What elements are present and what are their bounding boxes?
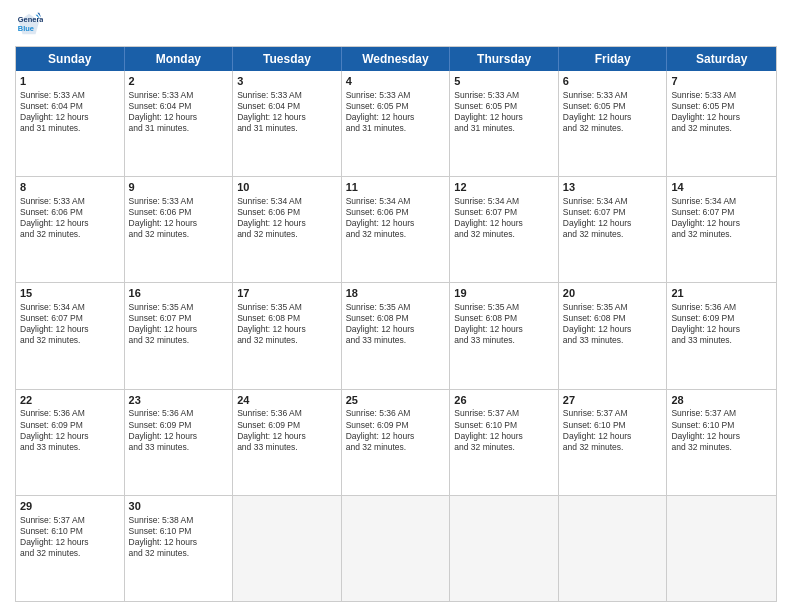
day-number: 19	[454, 286, 554, 301]
calendar-cell: 25Sunrise: 5:36 AM Sunset: 6:09 PM Dayli…	[342, 390, 451, 495]
cell-info: Sunrise: 5:33 AM Sunset: 6:05 PM Dayligh…	[454, 90, 554, 134]
day-number: 14	[671, 180, 772, 195]
day-number: 7	[671, 74, 772, 89]
day-number: 28	[671, 393, 772, 408]
cell-info: Sunrise: 5:33 AM Sunset: 6:05 PM Dayligh…	[563, 90, 663, 134]
cell-info: Sunrise: 5:34 AM Sunset: 6:06 PM Dayligh…	[237, 196, 337, 240]
calendar-cell	[233, 496, 342, 601]
calendar-cell: 18Sunrise: 5:35 AM Sunset: 6:08 PM Dayli…	[342, 283, 451, 388]
cell-info: Sunrise: 5:35 AM Sunset: 6:08 PM Dayligh…	[346, 302, 446, 346]
day-number: 23	[129, 393, 229, 408]
day-number: 13	[563, 180, 663, 195]
day-number: 17	[237, 286, 337, 301]
header-day-sunday: Sunday	[16, 47, 125, 71]
day-number: 10	[237, 180, 337, 195]
calendar-cell: 7Sunrise: 5:33 AM Sunset: 6:05 PM Daylig…	[667, 71, 776, 176]
day-number: 30	[129, 499, 229, 514]
cell-info: Sunrise: 5:34 AM Sunset: 6:07 PM Dayligh…	[20, 302, 120, 346]
day-number: 29	[20, 499, 120, 514]
day-number: 15	[20, 286, 120, 301]
cell-info: Sunrise: 5:33 AM Sunset: 6:04 PM Dayligh…	[129, 90, 229, 134]
calendar-cell: 2Sunrise: 5:33 AM Sunset: 6:04 PM Daylig…	[125, 71, 234, 176]
calendar-cell: 30Sunrise: 5:38 AM Sunset: 6:10 PM Dayli…	[125, 496, 234, 601]
day-number: 26	[454, 393, 554, 408]
day-number: 22	[20, 393, 120, 408]
general-blue-logo-icon: General Blue	[15, 10, 43, 38]
calendar-cell: 19Sunrise: 5:35 AM Sunset: 6:08 PM Dayli…	[450, 283, 559, 388]
calendar-cell: 27Sunrise: 5:37 AM Sunset: 6:10 PM Dayli…	[559, 390, 668, 495]
calendar-row-3: 22Sunrise: 5:36 AM Sunset: 6:09 PM Dayli…	[16, 390, 776, 496]
svg-text:General: General	[18, 15, 43, 24]
calendar-cell: 16Sunrise: 5:35 AM Sunset: 6:07 PM Dayli…	[125, 283, 234, 388]
calendar-cell: 4Sunrise: 5:33 AM Sunset: 6:05 PM Daylig…	[342, 71, 451, 176]
cell-info: Sunrise: 5:38 AM Sunset: 6:10 PM Dayligh…	[129, 515, 229, 559]
cell-info: Sunrise: 5:37 AM Sunset: 6:10 PM Dayligh…	[454, 408, 554, 452]
day-number: 16	[129, 286, 229, 301]
calendar-cell: 17Sunrise: 5:35 AM Sunset: 6:08 PM Dayli…	[233, 283, 342, 388]
day-number: 25	[346, 393, 446, 408]
calendar-cell: 1Sunrise: 5:33 AM Sunset: 6:04 PM Daylig…	[16, 71, 125, 176]
day-number: 21	[671, 286, 772, 301]
calendar-cell: 12Sunrise: 5:34 AM Sunset: 6:07 PM Dayli…	[450, 177, 559, 282]
calendar-cell: 13Sunrise: 5:34 AM Sunset: 6:07 PM Dayli…	[559, 177, 668, 282]
day-number: 5	[454, 74, 554, 89]
calendar-header: SundayMondayTuesdayWednesdayThursdayFrid…	[16, 47, 776, 71]
header-day-saturday: Saturday	[667, 47, 776, 71]
cell-info: Sunrise: 5:33 AM Sunset: 6:05 PM Dayligh…	[671, 90, 772, 134]
calendar-cell: 24Sunrise: 5:36 AM Sunset: 6:09 PM Dayli…	[233, 390, 342, 495]
calendar-cell: 10Sunrise: 5:34 AM Sunset: 6:06 PM Dayli…	[233, 177, 342, 282]
cell-info: Sunrise: 5:37 AM Sunset: 6:10 PM Dayligh…	[20, 515, 120, 559]
cell-info: Sunrise: 5:35 AM Sunset: 6:08 PM Dayligh…	[454, 302, 554, 346]
calendar-cell: 11Sunrise: 5:34 AM Sunset: 6:06 PM Dayli…	[342, 177, 451, 282]
cell-info: Sunrise: 5:35 AM Sunset: 6:07 PM Dayligh…	[129, 302, 229, 346]
calendar-row-4: 29Sunrise: 5:37 AM Sunset: 6:10 PM Dayli…	[16, 496, 776, 601]
calendar-cell	[450, 496, 559, 601]
header-day-tuesday: Tuesday	[233, 47, 342, 71]
calendar-cell: 23Sunrise: 5:36 AM Sunset: 6:09 PM Dayli…	[125, 390, 234, 495]
calendar-cell: 21Sunrise: 5:36 AM Sunset: 6:09 PM Dayli…	[667, 283, 776, 388]
day-number: 8	[20, 180, 120, 195]
svg-text:Blue: Blue	[18, 24, 34, 33]
day-number: 11	[346, 180, 446, 195]
cell-info: Sunrise: 5:33 AM Sunset: 6:04 PM Dayligh…	[20, 90, 120, 134]
cell-info: Sunrise: 5:33 AM Sunset: 6:06 PM Dayligh…	[20, 196, 120, 240]
calendar-row-1: 8Sunrise: 5:33 AM Sunset: 6:06 PM Daylig…	[16, 177, 776, 283]
day-number: 3	[237, 74, 337, 89]
calendar-cell: 22Sunrise: 5:36 AM Sunset: 6:09 PM Dayli…	[16, 390, 125, 495]
cell-info: Sunrise: 5:35 AM Sunset: 6:08 PM Dayligh…	[237, 302, 337, 346]
cell-info: Sunrise: 5:36 AM Sunset: 6:09 PM Dayligh…	[20, 408, 120, 452]
calendar-cell: 28Sunrise: 5:37 AM Sunset: 6:10 PM Dayli…	[667, 390, 776, 495]
day-number: 2	[129, 74, 229, 89]
cell-info: Sunrise: 5:34 AM Sunset: 6:07 PM Dayligh…	[454, 196, 554, 240]
calendar-row-0: 1Sunrise: 5:33 AM Sunset: 6:04 PM Daylig…	[16, 71, 776, 177]
cell-info: Sunrise: 5:34 AM Sunset: 6:06 PM Dayligh…	[346, 196, 446, 240]
cell-info: Sunrise: 5:37 AM Sunset: 6:10 PM Dayligh…	[671, 408, 772, 452]
day-number: 6	[563, 74, 663, 89]
calendar-cell: 26Sunrise: 5:37 AM Sunset: 6:10 PM Dayli…	[450, 390, 559, 495]
header: General Blue	[15, 10, 777, 38]
calendar-cell	[667, 496, 776, 601]
calendar-cell: 5Sunrise: 5:33 AM Sunset: 6:05 PM Daylig…	[450, 71, 559, 176]
calendar-cell: 3Sunrise: 5:33 AM Sunset: 6:04 PM Daylig…	[233, 71, 342, 176]
header-day-thursday: Thursday	[450, 47, 559, 71]
calendar-cell: 8Sunrise: 5:33 AM Sunset: 6:06 PM Daylig…	[16, 177, 125, 282]
calendar-cell	[342, 496, 451, 601]
cell-info: Sunrise: 5:33 AM Sunset: 6:04 PM Dayligh…	[237, 90, 337, 134]
calendar-cell: 6Sunrise: 5:33 AM Sunset: 6:05 PM Daylig…	[559, 71, 668, 176]
calendar: SundayMondayTuesdayWednesdayThursdayFrid…	[15, 46, 777, 602]
page: General Blue SundayMondayTuesdayWednesda…	[0, 0, 792, 612]
day-number: 12	[454, 180, 554, 195]
day-number: 27	[563, 393, 663, 408]
calendar-cell	[559, 496, 668, 601]
header-day-monday: Monday	[125, 47, 234, 71]
cell-info: Sunrise: 5:37 AM Sunset: 6:10 PM Dayligh…	[563, 408, 663, 452]
header-day-friday: Friday	[559, 47, 668, 71]
day-number: 20	[563, 286, 663, 301]
day-number: 9	[129, 180, 229, 195]
calendar-cell: 29Sunrise: 5:37 AM Sunset: 6:10 PM Dayli…	[16, 496, 125, 601]
cell-info: Sunrise: 5:36 AM Sunset: 6:09 PM Dayligh…	[129, 408, 229, 452]
cell-info: Sunrise: 5:36 AM Sunset: 6:09 PM Dayligh…	[346, 408, 446, 452]
header-day-wednesday: Wednesday	[342, 47, 451, 71]
calendar-row-2: 15Sunrise: 5:34 AM Sunset: 6:07 PM Dayli…	[16, 283, 776, 389]
calendar-cell: 15Sunrise: 5:34 AM Sunset: 6:07 PM Dayli…	[16, 283, 125, 388]
